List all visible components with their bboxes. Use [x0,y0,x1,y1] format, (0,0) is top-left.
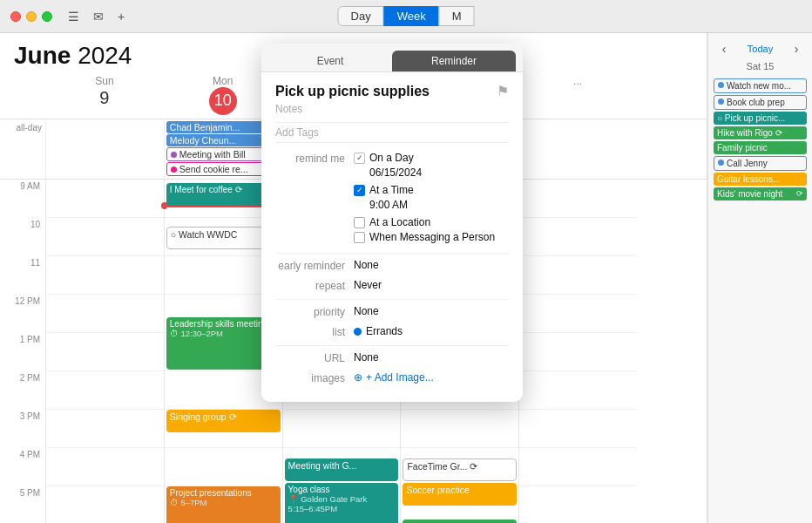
close-button[interactable] [10,11,21,22]
popup-remind-me-row: remind me ✓ On a Day 06/15/2024 ✓ At a T… [275,152,509,246]
traffic-lights [10,11,52,22]
popup-tab-event[interactable]: Event [268,51,392,71]
popup-tab-reminder[interactable]: Reminder [392,51,516,71]
time-5pm: 5 PM [0,486,45,523]
right-event-family-picnic[interactable]: Family picnic [714,141,807,154]
url-label: URL [275,351,354,364]
day-header-thu: ... [518,73,637,117]
popup-notes[interactable]: Notes [275,103,509,115]
at-a-time-value: 9:00 AM [354,199,509,211]
time-3pm: 3 PM [0,410,45,448]
popup-tags[interactable]: Add Tags [275,122,509,143]
remind-me-label: remind me [275,152,354,165]
popup-images-row: images ⊕ + Add Image... [275,371,509,384]
list-val[interactable]: Errands [354,325,509,337]
tab-week[interactable]: Week [384,6,439,26]
right-panel-date: Sat 15 [708,61,812,75]
images-val: ⊕ + Add Image... [354,371,509,384]
time-12pm: 12 PM [0,295,45,333]
repeat-label: repeat [275,279,354,292]
popup-tabs: Event Reminder [261,44,523,72]
cal-event-yoga[interactable]: Yoga class 📍 Golden Gate Park 5:15–6:45P… [285,483,399,523]
when-messaging-row: When Messaging a Person [354,231,509,243]
when-messaging-check[interactable] [354,232,365,243]
priority-label: priority [275,305,354,318]
popup-early-reminder-row: early reminder None [275,259,509,272]
allday-thu [518,119,637,179]
on-a-day-check[interactable]: ✓ [354,153,365,164]
early-reminder-label: early reminder [275,259,354,272]
sidebar-toggle-icon[interactable]: ☰ [68,10,79,24]
right-event-call-jenny[interactable]: Call Jenny [714,156,807,171]
cal-event-singing-group[interactable]: Singing group ⟳ [166,410,281,432]
popup-title-row: Pick up picnic supplies ⚑ [275,83,509,99]
inbox-icon[interactable]: ✉ [93,10,104,24]
popup-repeat-row: repeat Never [275,279,509,292]
minimize-button[interactable] [26,11,37,22]
view-tabs: Day Week M [338,6,475,26]
tab-month[interactable]: M [439,6,475,26]
right-event-book-club[interactable]: Book club prep [714,95,807,110]
repeat-val[interactable]: Never [354,279,509,291]
right-event-kids-movie-r[interactable]: Kids' movie night ⟳ [714,187,807,200]
tab-day[interactable]: Day [338,6,384,26]
early-reminder-val[interactable]: None [354,259,509,271]
next-button[interactable]: › [788,40,805,58]
month-year-label: June 2024 [14,42,132,70]
priority-val[interactable]: None [354,305,509,317]
day-header-sun: Sun 9 [45,73,164,117]
popup-priority-row: priority None [275,305,509,318]
when-messaging-label: When Messaging a Person [369,231,495,243]
time-11am: 11 [0,256,45,295]
cal-event-facetime[interactable]: FaceTime Gr... ⟳ [403,458,517,481]
dot-icon [171,166,177,173]
dot-icon [171,152,177,158]
on-a-day-date: 06/15/2024 [354,166,509,179]
at-location-row: At a Location [354,216,509,228]
images-label: images [275,371,354,384]
time-9am: 9 AM [0,180,45,218]
popup-divider-3 [275,345,509,346]
list-value-text: Errands [366,325,403,337]
popup-divider-1 [275,253,509,254]
cal-event-meeting-g[interactable]: Meeting with G... [285,458,399,481]
cal-event-soccer[interactable]: Soccer practice [403,483,517,506]
list-label: list [275,325,354,338]
maximize-button[interactable] [42,11,52,22]
reminder-popup: Event Reminder Pick up picnic supplies ⚑… [261,44,523,402]
right-panel: ‹ Today › Sat 15 Watch new mo... Book cl… [707,33,812,523]
right-nav: ‹ Today › [708,33,812,61]
day-col-thu [518,180,637,523]
right-event-hike[interactable]: Hike with Rigo ⟳ [714,126,807,139]
right-event-pick-picnic[interactable]: ○ Pick up picnic... [714,112,807,125]
remind-me-val: ✓ On a Day 06/15/2024 ✓ At a Time 9:00 A… [354,152,509,246]
errands-dot-icon [354,328,362,336]
time-labels: 9 AM 10 11 12 PM 1 PM 2 PM 3 PM 4 PM 5 P… [0,180,45,523]
on-a-day-label: On a Day [369,152,414,164]
right-event-guitar[interactable]: Guitar lessons... [714,173,807,186]
add-event-icon[interactable]: + [118,10,125,24]
popup-list-row: list Errands [275,325,509,338]
flag-icon[interactable]: ⚑ [497,83,509,99]
cal-event-kids-movie[interactable]: Kids' movie night ⟳ [403,520,517,523]
toolbar-icons: ☰ ✉ + [68,10,125,24]
allday-label: all-day [0,119,45,179]
at-a-time-label: At a Time [369,184,414,196]
at-a-time-check[interactable]: ✓ [354,185,365,196]
dot-icon [718,160,724,166]
cal-event-project-presentations[interactable]: Project presentations ⏱ 5–7PM [166,486,281,523]
today-button[interactable]: Today [748,44,773,54]
add-image-icon: ⊕ [354,371,362,384]
add-image-button[interactable]: ⊕ + Add Image... [354,371,509,384]
at-a-time-row: ✓ At a Time [354,184,509,196]
time-10am: 10 [0,218,45,256]
right-panel-events: Watch new mo... Book club prep ○ Pick up… [708,75,812,206]
titlebar: ☰ ✉ + Day Week M [0,0,812,33]
at-location-label: At a Location [369,216,430,228]
popup-body: Pick up picnic supplies ⚑ Notes Add Tags… [261,72,523,402]
at-location-check[interactable] [354,217,365,228]
right-event-watch-new[interactable]: Watch new mo... [714,78,807,93]
popup-title: Pick up picnic supplies [275,84,430,99]
url-val[interactable]: None [354,351,509,363]
prev-button[interactable]: ‹ [715,40,733,58]
